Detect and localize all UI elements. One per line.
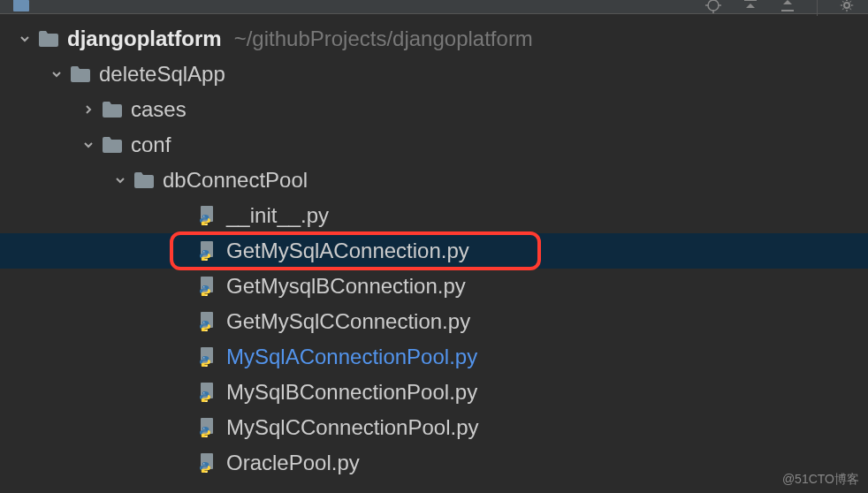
tree-item-label: MySqlAConnectionPool.py bbox=[226, 339, 477, 375]
svg-point-14 bbox=[203, 251, 204, 252]
folder-icon bbox=[103, 102, 122, 118]
toolbar bbox=[0, 0, 868, 14]
chevron-down-icon[interactable] bbox=[48, 69, 65, 80]
tree-item-cases[interactable]: cases bbox=[0, 92, 868, 127]
python-file-icon bbox=[198, 241, 217, 261]
tree-item-label: MySqlCConnectionPool.py bbox=[226, 410, 478, 445]
root-path: ~/githubProjects/djangoplatform bbox=[234, 21, 533, 57]
svg-point-29 bbox=[203, 428, 204, 429]
svg-point-26 bbox=[203, 392, 204, 393]
folder-icon bbox=[103, 137, 122, 153]
python-file-icon bbox=[198, 347, 217, 367]
svg-point-30 bbox=[206, 436, 207, 437]
svg-point-33 bbox=[206, 472, 207, 473]
tree-item-label: conf bbox=[131, 127, 171, 163]
svg-point-2 bbox=[708, 0, 719, 11]
tree-item-mysqlbconnectionpool-py[interactable]: MySqlBConnectionPool.py bbox=[0, 375, 868, 410]
tree-item-label: __init__.py bbox=[226, 198, 329, 233]
toolbar-left bbox=[13, 0, 29, 16]
tree-item-mysqlcconnectionpool-py[interactable]: MySqlCConnectionPool.py bbox=[0, 410, 868, 445]
folder-icon bbox=[71, 66, 90, 82]
svg-point-18 bbox=[206, 295, 207, 296]
tree-item-getmysqlaconnection-py[interactable]: GetMySqlAConnection.py bbox=[0, 233, 868, 269]
tree-item-getmysqlbconnection-py[interactable]: GetMysqlBConnection.py bbox=[0, 269, 868, 304]
svg-point-27 bbox=[206, 401, 207, 402]
python-file-icon bbox=[198, 418, 217, 437]
expand-icon[interactable] bbox=[780, 0, 796, 17]
svg-point-20 bbox=[203, 322, 204, 322]
tree-item-label: GetMySqlAConnection.py bbox=[226, 233, 469, 269]
python-file-icon bbox=[198, 453, 217, 473]
tree-item-label: GetMySqlCConnection.py bbox=[226, 304, 470, 339]
chevron-down-icon[interactable] bbox=[16, 34, 34, 44]
tree-item-label: MySqlBConnectionPool.py bbox=[226, 375, 477, 410]
svg-point-17 bbox=[203, 286, 204, 287]
folder-icon bbox=[39, 31, 58, 47]
chevron-down-icon[interactable] bbox=[111, 175, 129, 186]
svg-point-9 bbox=[844, 3, 849, 8]
tree-item-getmysqlcconnection-py[interactable]: GetMySqlCConnection.py bbox=[0, 304, 868, 339]
svg-rect-8 bbox=[781, 10, 794, 11]
toolbar-right bbox=[705, 0, 855, 17]
svg-point-32 bbox=[203, 463, 204, 464]
python-file-icon bbox=[198, 206, 217, 225]
folder-icon bbox=[134, 172, 154, 188]
tree-root[interactable]: djangoplatform ~/githubProjects/djangopl… bbox=[0, 21, 868, 57]
python-file-icon bbox=[198, 312, 217, 331]
project-tree[interactable]: djangoplatform ~/githubProjects/djangopl… bbox=[0, 14, 868, 481]
target-icon[interactable] bbox=[705, 0, 721, 17]
svg-point-12 bbox=[206, 224, 207, 225]
svg-point-23 bbox=[203, 357, 204, 358]
svg-rect-7 bbox=[744, 0, 757, 1]
chevron-right-icon[interactable] bbox=[80, 104, 97, 115]
toolbar-divider bbox=[817, 0, 818, 16]
tree-item-dbconnectpool[interactable]: dbConnectPool bbox=[0, 163, 868, 198]
svg-point-11 bbox=[203, 216, 204, 216]
tree-item-deletesqlapp[interactable]: deleteSqlApp bbox=[0, 57, 868, 92]
tree-item-conf[interactable]: conf bbox=[0, 127, 868, 163]
tree-item-oraclepool-py[interactable]: OraclePool.py bbox=[0, 445, 868, 481]
svg-point-21 bbox=[206, 330, 207, 331]
tree-item-label: deleteSqlApp bbox=[99, 57, 225, 92]
root-name: djangoplatform bbox=[67, 21, 222, 57]
tree-item---init---py[interactable]: __init__.py bbox=[0, 198, 868, 233]
collapse-icon[interactable] bbox=[742, 0, 758, 17]
tree-item-mysqlaconnectionpool-py[interactable]: MySqlAConnectionPool.py bbox=[0, 339, 868, 375]
svg-rect-1 bbox=[13, 0, 20, 2]
chevron-down-icon[interactable] bbox=[80, 140, 97, 150]
gear-icon[interactable] bbox=[839, 0, 855, 17]
watermark: @51CTO博客 bbox=[782, 472, 859, 488]
tree-item-label: OraclePool.py bbox=[226, 445, 360, 481]
tree-item-label: cases bbox=[131, 92, 187, 127]
python-file-icon bbox=[198, 277, 217, 296]
tree-item-label: dbConnectPool bbox=[163, 163, 308, 198]
svg-point-15 bbox=[206, 260, 207, 261]
python-file-icon bbox=[198, 383, 217, 402]
svg-point-24 bbox=[206, 366, 207, 367]
tree-item-label: GetMysqlBConnection.py bbox=[226, 269, 466, 304]
project-icon bbox=[13, 0, 29, 16]
